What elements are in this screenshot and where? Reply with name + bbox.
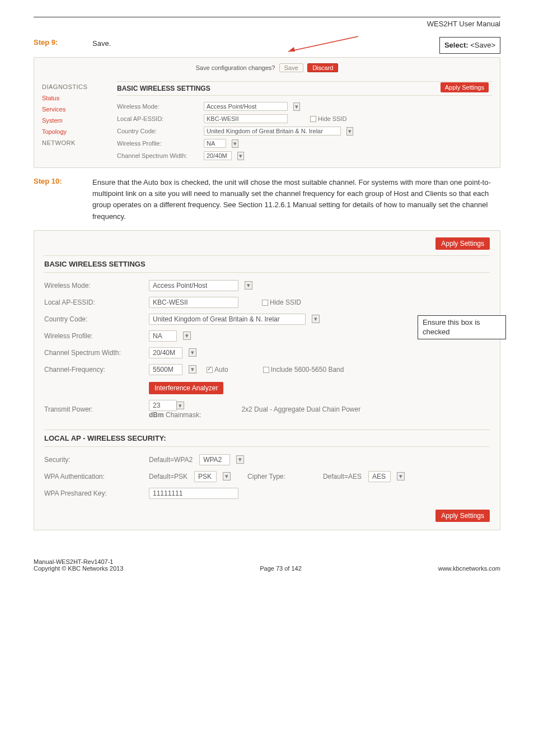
local-ap-essid-value-2[interactable]: KBC-WESII [149,297,238,308]
wireless-profile-value[interactable]: NA [204,139,226,148]
transmit-power-value[interactable]: 23 [149,400,177,411]
wireless-profile-dropdown-icon[interactable]: ▾ [232,139,238,148]
country-code-label: Country Code: [117,128,198,134]
country-code-dropdown-icon[interactable]: ▾ [346,127,353,136]
screenshot-2: Apply Settings BASIC WIRELESS SETTINGS W… [34,230,500,530]
interference-analyzer-button[interactable]: Interference Analyzer [149,382,223,394]
security-label: Security: [44,456,142,464]
wireless-mode-value-2[interactable]: Access Point/Host [149,280,238,291]
include-band-checkbox[interactable] [263,367,269,373]
wireless-mode-value[interactable]: Access Point/Host [204,102,288,111]
section-title-basic-2: BASIC WIRELESS SETTINGS [44,255,490,273]
auto-checkbox[interactable] [207,367,213,373]
transmit-power-dropdown-icon[interactable]: ▾ [176,402,184,409]
select-prefix: Select: [444,41,470,49]
wpa-preshared-key-value[interactable]: 11111111 [149,488,238,499]
csw-dropdown-icon[interactable]: ▾ [237,152,244,160]
cipher-value[interactable]: AES [368,471,391,482]
auto-wrap: Auto [207,366,228,374]
nav-status[interactable]: Status [42,92,105,104]
channel-freq-label: Channel-Frequency: [44,366,142,374]
save-question: Save configuration changes? [196,64,275,71]
csw-label-2: Channel Spectrum Width: [44,349,142,357]
wireless-profile-label: Wireless Profile: [117,140,198,147]
footer-left-1: Manual-WES2HT-Rev1407-1 [34,558,123,565]
nav-services[interactable]: Services [42,104,105,115]
hide-ssid-checkbox-2[interactable] [262,300,268,306]
footer-right: www.kbcnetworks.com [438,565,500,572]
screenshot-1: Save configuration changes? Save Discard… [34,57,500,168]
hide-ssid-label: Hide SSID [318,115,346,122]
cipher-dropdown-icon[interactable]: ▾ [397,472,405,480]
cipher-default: Default=AES [323,473,362,480]
wpa-auth-label: WPA Authentication: [44,473,142,480]
wpa-auth-default: Default=PSK [149,473,188,480]
local-ap-essid-value[interactable]: KBC-WESII [204,114,288,123]
chain-info: 2x2 Dual - Aggregate Dual Chain Power [241,405,360,413]
wireless-profile-label-2: Wireless Profile: [44,332,142,340]
auto-label: Auto [214,366,228,374]
section-title-basic: BASIC WIRELESS SETTINGS [117,81,492,96]
wpa-auth-value[interactable]: PSK [194,471,217,482]
nav-topology[interactable]: Topology [42,126,105,137]
step10-label: Step 10: [34,177,92,185]
profile-dropdown-icon-2[interactable]: ▾ [183,332,191,340]
section-title-security: LOCAL AP - WIRELESS SECURITY: [44,430,490,447]
security-default: Default=WPA2 [149,456,193,464]
footer-left-2: Copyright © KBC Networks 2013 [34,565,123,572]
cipher-type-label: Cipher Type: [247,473,285,480]
dbm-chainmask-label: dBm Chainmask: [149,411,201,419]
wireless-mode-label: Wireless Mode: [117,103,198,110]
include-wrap: Include 5600-5650 Band [263,366,344,374]
local-ap-essid-label-2: Local AP-ESSID: [44,298,142,306]
channel-freq-dropdown-icon[interactable]: ▾ [189,365,196,374]
discard-button[interactable]: Discard [307,63,338,72]
ensure-callout: Ensure this box is checked [418,315,506,340]
wpa-preshared-key-label: WPA Preshared Key: [44,489,142,497]
channel-freq-value[interactable]: 5500M [149,364,182,375]
apply-settings-button-top[interactable]: Apply Settings [435,237,490,250]
step9-action: Save. [92,39,111,48]
wpa-auth-dropdown-icon[interactable]: ▾ [223,472,231,480]
page-footer: Manual-WES2HT-Rev1407-1 Copyright © KBC … [34,558,500,572]
step9-label: Step 9: [34,38,92,46]
csw-value-2[interactable]: 20/40M [149,347,182,358]
csw-value[interactable]: 20/40M [204,151,232,160]
country-code-label-2: Country Code: [44,315,142,323]
wireless-mode-label-2: Wireless Mode: [44,282,142,290]
step10-text: Ensure that the Auto box is checked, the… [92,177,500,222]
country-code-value-2[interactable]: United Kingdom of Great Britain & N. Ire… [149,314,306,325]
apply-settings-button[interactable]: Apply Settings [441,82,489,92]
country-code-value[interactable]: United Kingdom of Great Britain & N. Ire… [204,127,341,136]
hide-ssid-checkbox[interactable] [310,116,316,122]
wireless-profile-value-2[interactable]: NA [149,330,177,342]
hide-ssid-label-2: Hide SSID [270,298,301,306]
transmit-power-label: Transmit Power: [44,405,142,413]
nav-network[interactable]: NETWORK [42,137,105,148]
security-dropdown-icon[interactable]: ▾ [236,455,244,464]
wireless-mode-dropdown-icon[interactable]: ▾ [293,102,300,111]
page-title: WES2HT User Manual [34,20,500,28]
select-callout: Select: <Save> [439,37,500,54]
sidebar: DIAGNOSTICS Status Services System Topol… [42,81,105,162]
save-button[interactable]: Save [279,63,303,72]
csw-label: Channel Spectrum Width: [117,152,198,159]
select-value: <Save> [470,41,495,49]
local-ap-essid-label: Local AP-ESSID: [117,115,198,122]
nav-system[interactable]: System [42,115,105,126]
include-band-label: Include 5600-5650 Band [271,366,344,374]
csw-dropdown-icon-2[interactable]: ▾ [189,348,196,357]
security-value[interactable]: WPA2 [199,454,230,465]
wireless-mode-dropdown-icon-2[interactable]: ▾ [245,281,252,290]
country-dropdown-icon-2[interactable]: ▾ [312,315,320,323]
hide-ssid-wrap: Hide SSID [310,115,346,123]
apply-settings-button-bottom[interactable]: Apply Settings [435,510,490,522]
nav-diagnostics[interactable]: DIAGNOSTICS [42,81,105,92]
hide-ssid-wrap-2: Hide SSID [262,298,301,306]
footer-center: Page 73 of 142 [260,565,302,572]
